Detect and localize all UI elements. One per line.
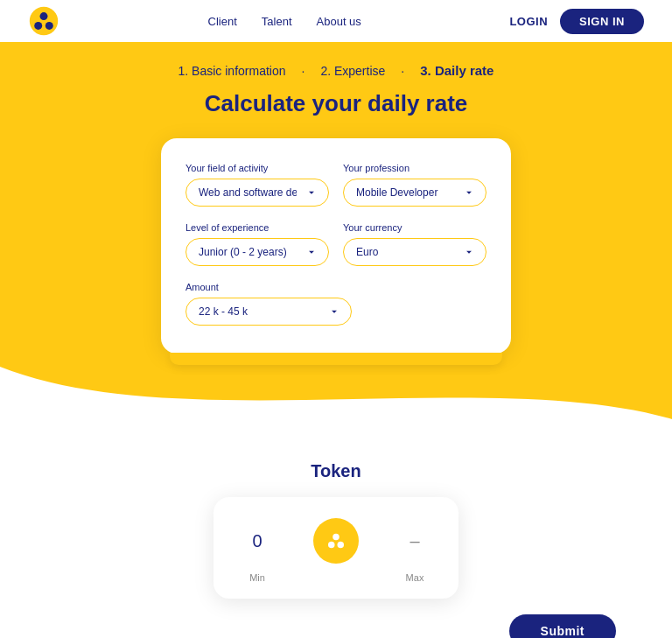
token-values: 0 – <box>242 518 430 564</box>
form-group-currency: Your currency Euro <box>343 222 486 266</box>
activity-label: Your field of activity <box>186 163 329 173</box>
token-max-value: – <box>399 531 430 551</box>
nav-links: Client Talent About us <box>208 15 361 28</box>
token-max-label: Max <box>399 572 430 583</box>
profession-label: Your profession <box>343 163 486 173</box>
nav-talent[interactable]: Talent <box>262 15 292 28</box>
svg-point-5 <box>328 542 335 549</box>
submit-button[interactable]: Submit <box>509 614 616 638</box>
svg-point-2 <box>34 22 42 30</box>
form-group-amount: Amount 22 k - 45 k <box>186 282 486 326</box>
step-1: 1. Basic information <box>178 64 286 78</box>
profession-select[interactable]: Mobile Developer <box>343 179 486 207</box>
form-card: Your field of activity Web and software … <box>161 138 511 354</box>
nav-about[interactable]: About us <box>317 15 361 28</box>
token-card: 0 – Min Max <box>214 497 458 599</box>
experience-label: Level of experience <box>186 222 329 233</box>
form-row-1: Your field of activity Web and software … <box>186 163 486 207</box>
form-group-profession: Your profession Mobile Developer <box>343 163 486 207</box>
token-title: Token <box>0 461 672 481</box>
white-section: Token 0 – Min Max Submit <box>0 435 672 638</box>
page-title: Calculate your daily rate <box>0 90 672 117</box>
hero-wave <box>0 367 672 435</box>
svg-point-3 <box>46 22 53 30</box>
amount-label: Amount <box>186 282 486 292</box>
logo[interactable] <box>28 5 60 37</box>
hero-section: 1. Basic information · 2. Expertise · 3.… <box>0 42 672 435</box>
token-min-value: 0 <box>242 531 273 551</box>
activity-select[interactable]: Web and software development <box>186 179 329 207</box>
card-tab <box>170 353 502 365</box>
navbar: Client Talent About us LOGIN SIGN IN <box>0 0 672 42</box>
step-2: 2. Expertise <box>320 64 385 78</box>
step-divider-1: · <box>302 64 305 78</box>
token-logo <box>313 518 359 564</box>
stepper: 1. Basic information · 2. Expertise · 3.… <box>0 63 672 78</box>
svg-point-1 <box>40 12 48 20</box>
form-group-experience: Level of experience Junior (0 - 2 years) <box>186 222 329 266</box>
submit-row: Submit <box>0 599 672 638</box>
token-labels: Min Max <box>242 572 430 583</box>
currency-label: Your currency <box>343 222 486 233</box>
form-row-2: Level of experience Junior (0 - 2 years)… <box>186 222 486 266</box>
svg-point-0 <box>30 7 58 35</box>
amount-select[interactable]: 22 k - 45 k <box>186 298 352 326</box>
token-logo-icon <box>323 528 349 554</box>
svg-point-6 <box>338 542 345 549</box>
step-3: 3. Daily rate <box>420 63 494 78</box>
logo-icon <box>28 5 60 37</box>
signin-button[interactable]: SIGN IN <box>560 9 644 34</box>
nav-client[interactable]: Client <box>208 15 237 28</box>
svg-point-4 <box>332 534 340 541</box>
nav-actions: LOGIN SIGN IN <box>509 9 644 34</box>
form-row-3: Amount 22 k - 45 k <box>186 282 486 326</box>
token-min-label: Min <box>242 572 273 583</box>
login-button[interactable]: LOGIN <box>509 15 548 28</box>
currency-select[interactable]: Euro <box>343 238 486 266</box>
step-divider-2: · <box>401 64 404 78</box>
experience-select[interactable]: Junior (0 - 2 years) <box>186 238 329 266</box>
form-group-activity: Your field of activity Web and software … <box>186 163 329 207</box>
